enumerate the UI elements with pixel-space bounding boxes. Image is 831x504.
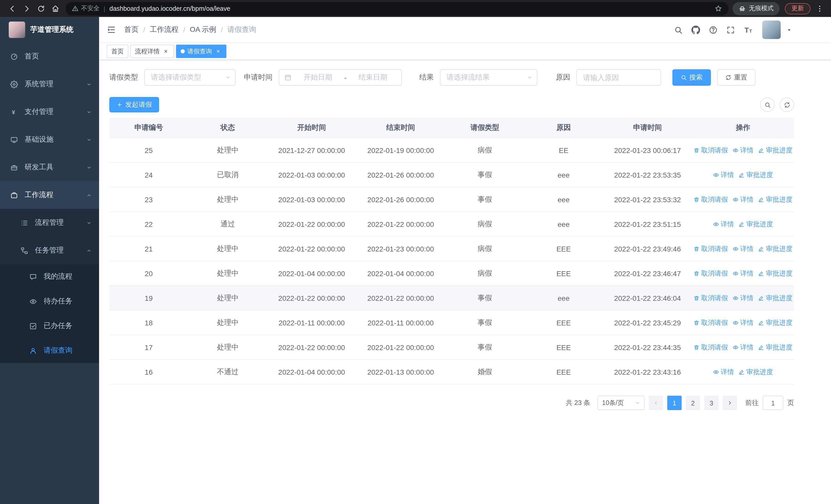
approval-progress-link[interactable]: 审批进度 — [758, 195, 793, 204]
cancel-leave-link[interactable]: 取消请假 — [693, 244, 728, 253]
hamburger-icon[interactable] — [107, 25, 116, 34]
goto-page-input[interactable] — [763, 396, 783, 410]
close-icon[interactable]: × — [162, 48, 169, 55]
approval-progress-link[interactable]: 审批进度 — [758, 343, 793, 352]
detail-link[interactable]: 详情 — [733, 195, 753, 204]
delete-icon — [693, 196, 699, 203]
sidebar-item-done-tasks[interactable]: 已办任务 — [0, 314, 99, 338]
table-row: 17处理中2022-01-22 00:00:002022-01-22 00:00… — [109, 335, 794, 360]
search-icon — [681, 75, 687, 81]
github-icon[interactable] — [691, 25, 700, 34]
detail-link[interactable]: 详情 — [733, 293, 753, 302]
font-size-icon[interactable]: TT — [744, 25, 753, 35]
detail-link[interactable]: 详情 — [713, 367, 734, 377]
sidebar-item-todo-tasks[interactable]: 待办任务 — [0, 289, 99, 314]
cancel-leave-link[interactable]: 取消请假 — [693, 269, 728, 278]
cancel-leave-link[interactable]: 取消请假 — [693, 293, 728, 302]
cancel-leave-link[interactable]: 取消请假 — [693, 318, 728, 327]
approval-progress-link[interactable]: 审批进度 — [739, 367, 773, 377]
edit-icon — [758, 196, 764, 203]
approval-progress-link[interactable]: 审批进度 — [758, 146, 793, 155]
tab-home[interactable]: 首页 — [107, 45, 128, 58]
cell-end-time: 2022-01-19 00:00:00 — [356, 146, 446, 154]
sidebar-item-dev-tools[interactable]: 研发工具 — [0, 153, 99, 181]
help-icon[interactable] — [709, 25, 718, 34]
security-warning[interactable]: 不安全 — [72, 4, 99, 13]
refresh-table-button[interactable] — [780, 97, 794, 112]
fullscreen-icon[interactable] — [726, 25, 735, 34]
create-leave-button[interactable]: 发起请假 — [109, 97, 159, 112]
prev-page-button[interactable] — [649, 396, 663, 410]
forward-icon[interactable] — [20, 1, 34, 16]
url-bar[interactable]: 不安全 | dashboard.yudao.iocoder.cn/bpm/oa/… — [66, 2, 728, 15]
approval-progress-link[interactable]: 审批进度 — [758, 293, 793, 302]
table-tools — [760, 97, 794, 112]
detail-link[interactable]: 详情 — [733, 318, 753, 327]
detail-link[interactable]: 详情 — [733, 244, 753, 253]
eye-icon — [733, 270, 739, 276]
breadcrumb-item[interactable]: OA 示例 — [190, 25, 216, 34]
detail-link[interactable]: 详情 — [733, 269, 753, 278]
approval-progress-link[interactable]: 审批进度 — [758, 244, 793, 253]
apply-time-range-picker[interactable]: 开始日期 - 结束日期 — [279, 69, 402, 86]
user-avatar[interactable] — [762, 21, 781, 39]
calendar-icon — [284, 74, 291, 81]
detail-link[interactable]: 详情 — [733, 146, 753, 155]
sidebar-item-task-management[interactable]: 任务管理 — [0, 237, 99, 264]
next-page-button[interactable] — [723, 396, 737, 410]
tab-process-detail[interactable]: 流程详情× — [131, 45, 174, 58]
sidebar-item-payment-management[interactable]: ¥支付管理 — [0, 98, 99, 126]
table-row: 21处理中2022-01-22 00:00:002022-01-23 00:00… — [109, 237, 794, 261]
sidebar-item-label: 研发工具 — [25, 163, 53, 172]
breadcrumb-item[interactable]: 工作流程 — [150, 25, 179, 34]
sidebar-item-infrastructure[interactable]: 基础设施 — [0, 126, 99, 153]
back-icon[interactable] — [5, 1, 20, 16]
sidebar-item-my-processes[interactable]: 我的流程 — [0, 264, 99, 289]
incognito-badge: 无痕模式 — [733, 2, 780, 15]
cancel-leave-link[interactable]: 取消请假 — [693, 343, 728, 352]
toggle-search-button[interactable] — [760, 97, 775, 112]
sidebar-item-process-management[interactable]: 流程管理 — [0, 209, 99, 237]
home-icon[interactable] — [48, 1, 63, 16]
approval-progress-link[interactable]: 审批进度 — [739, 219, 773, 229]
reload-icon[interactable] — [34, 1, 48, 16]
caret-down-icon[interactable] — [786, 27, 792, 33]
cancel-leave-link[interactable]: 取消请假 — [693, 146, 728, 155]
search-button-label: 搜索 — [689, 73, 703, 82]
detail-link[interactable]: 详情 — [733, 343, 753, 352]
search-button[interactable]: 搜索 — [672, 69, 711, 86]
page-size-select[interactable]: 10条/页 — [598, 396, 645, 410]
approval-progress-link[interactable]: 审批进度 — [739, 170, 773, 179]
eye-icon — [713, 369, 719, 375]
page-button-1[interactable]: 1 — [667, 396, 682, 410]
sidebar-item-workflow[interactable]: 工作流程 — [0, 181, 99, 209]
leave-type-select[interactable]: 请选择请假类型 — [144, 69, 236, 86]
reason-input[interactable] — [576, 69, 661, 86]
page-button-2[interactable]: 2 — [686, 396, 700, 410]
search-icon[interactable] — [674, 25, 683, 34]
cell-reason: EEE — [524, 244, 603, 253]
cell-apply-time: 2022-01-22 23:44:35 — [603, 343, 692, 351]
result-select[interactable]: 请选择流结果 — [440, 69, 537, 86]
approval-progress-link[interactable]: 审批进度 — [758, 269, 793, 278]
op-label: 取消请假 — [701, 269, 728, 278]
chevron-down-icon — [86, 81, 92, 87]
bookmark-star-icon[interactable] — [715, 5, 722, 12]
detail-link[interactable]: 详情 — [713, 219, 734, 229]
detail-link[interactable]: 详情 — [713, 170, 734, 179]
browser-menu-icon[interactable] — [813, 2, 826, 14]
cancel-leave-link[interactable]: 取消请假 — [693, 195, 728, 204]
sidebar-item-system-management[interactable]: 系统管理 — [0, 70, 99, 98]
sidebar-item-home[interactable]: 首页 — [0, 42, 99, 70]
reset-button[interactable]: 重置 — [717, 69, 755, 86]
tab-leave-query[interactable]: 请假查询× — [176, 45, 226, 58]
column-header: 结束时间 — [356, 123, 446, 132]
breadcrumb-item[interactable]: 首页 — [124, 25, 139, 34]
cell-end-time: 2022-01-22 00:00:00 — [356, 294, 446, 302]
page-button-3[interactable]: 3 — [704, 396, 719, 410]
close-icon[interactable]: × — [214, 48, 222, 55]
approval-progress-link[interactable]: 审批进度 — [758, 318, 793, 327]
update-button[interactable]: 更新 — [785, 3, 810, 14]
sidebar-item-leave-query[interactable]: 请假查询 — [0, 338, 99, 363]
sidebar-item-label: 支付管理 — [25, 107, 53, 117]
